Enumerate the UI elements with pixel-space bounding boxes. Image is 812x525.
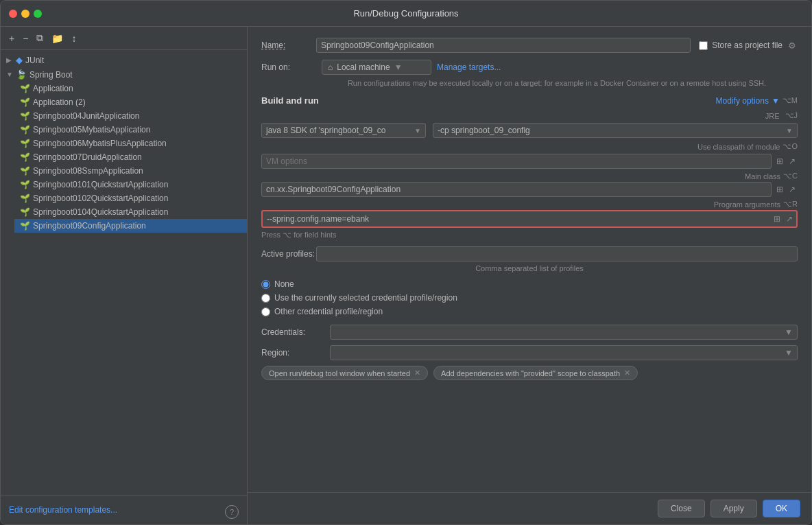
radio-other[interactable]: [261, 307, 270, 316]
vm-options-icons: ⊞ ↗: [774, 156, 798, 167]
tree-item-label: Application: [33, 84, 73, 93]
tree-item-springboot04[interactable]: 🌱 Springboot04JunitApplication: [14, 109, 247, 123]
spring-app-icon: 🌱: [20, 111, 30, 121]
chevron-right-icon: ▶: [6, 56, 13, 64]
right-panel: Name: Store as project file ⚙ Run on: ⌂ …: [248, 27, 811, 524]
run-debug-dialog: Run/Debug Configurations + − ⧉ 📁 ↕ ▶ ◆ J…: [0, 0, 812, 525]
program-args-label-row: Program arguments ⌥R: [261, 200, 798, 209]
cp-chevron-icon: ▼: [786, 127, 793, 135]
minimize-window-button[interactable]: [21, 10, 29, 18]
tree-item-label: Springboot0101QuickstartApplication: [33, 180, 168, 189]
run-on-label: Run on:: [261, 62, 316, 72]
spring-app-selected-icon: 🌱: [20, 221, 30, 231]
active-profiles-input[interactable]: [316, 246, 798, 261]
tree-item-springboot08[interactable]: 🌱 Springboot08SsmpApplication: [14, 164, 247, 178]
tree-item-springboot0104[interactable]: 🌱 Springboot0104QuickstartApplication: [14, 205, 247, 219]
tree-item-springboot05[interactable]: 🌱 Springboot05MybatisApplication: [14, 123, 247, 137]
tree-item-springboot0101[interactable]: 🌱 Springboot0101QuickstartApplication: [14, 178, 247, 191]
spring-boot-group-label: Spring Boot: [29, 70, 73, 80]
store-gear-button[interactable]: ⚙: [787, 40, 798, 51]
run-on-dropdown[interactable]: ⌂ Local machine ▼: [322, 60, 431, 75]
cp-dropdown[interactable]: -cp springboot_09_config ▼: [433, 123, 798, 138]
jre-row: JRE ⌥J: [261, 111, 798, 120]
main-class-value: cn.xx.Springboot09ConfigApplication: [261, 182, 772, 197]
main-class-row: cn.xx.Springboot09ConfigApplication ⊞ ↗: [261, 182, 798, 197]
radio-currently-selected[interactable]: [261, 294, 270, 303]
add-config-button[interactable]: +: [6, 32, 17, 45]
tree-group-header-junit[interactable]: ▶ ◆ JUnit: [1, 53, 247, 67]
name-input[interactable]: [316, 38, 691, 53]
vm-arrow-button[interactable]: ↗: [787, 156, 798, 167]
tree-item-springboot07[interactable]: 🌱 Springboot07DruidApplication: [14, 150, 247, 164]
main-class-shortcut: ⌥C: [783, 172, 798, 180]
ok-button[interactable]: OK: [763, 500, 800, 517]
program-args-icons: ⊞ ↗: [772, 213, 795, 224]
main-class-label: Main class: [745, 172, 780, 180]
tag-add-close-button[interactable]: ✕: [624, 369, 630, 377]
java-sdk-chevron-icon: ▼: [414, 127, 421, 135]
program-args-label: Program arguments: [714, 200, 780, 209]
store-as-project-checkbox[interactable]: [699, 41, 708, 50]
program-args-expand-button[interactable]: ⊞: [772, 213, 783, 224]
close-button[interactable]: Close: [658, 500, 705, 517]
profiles-hint: Comma separated list of profiles: [261, 264, 798, 272]
vm-expand-button[interactable]: ⊞: [774, 156, 785, 167]
tree-group-header-spring-boot[interactable]: ▼ 🍃 Spring Boot: [1, 67, 247, 82]
spring-app-icon: 🌱: [20, 166, 30, 176]
chevron-down-icon: ▼: [6, 71, 13, 78]
use-classpath-label: Use classpath of module: [697, 143, 780, 151]
spring-boot-icon: 🍃: [16, 69, 27, 80]
tree-item-label: Springboot0104QuickstartApplication: [33, 207, 168, 217]
spring-boot-items: 🌱 Application 🌱 Application (2) 🌱 Spring…: [1, 82, 247, 233]
modify-shortcut: ⌥M: [783, 96, 798, 105]
vm-options-input[interactable]: [261, 154, 772, 169]
maximize-window-button[interactable]: [34, 10, 42, 18]
sidebar-tree: ▶ ◆ JUnit ▼ 🍃 Spring Boot �: [1, 50, 247, 495]
region-dropdown[interactable]: ▼: [330, 345, 798, 360]
remove-config-button[interactable]: −: [20, 32, 31, 45]
active-profiles-row: Active profiles:: [261, 246, 798, 261]
credentials-dropdown[interactable]: ▼: [330, 325, 798, 340]
edit-templates-link[interactable]: Edit configuration templates...: [9, 505, 117, 515]
dialog-title: Run/Debug Configurations: [353, 8, 458, 19]
tree-item-springboot09[interactable]: 🌱 Springboot09ConfigApplication: [14, 219, 247, 233]
folder-config-button[interactable]: 📁: [49, 32, 66, 45]
main-class-expand-button[interactable]: ⊞: [774, 184, 785, 195]
spring-app-icon: 🌱: [20, 139, 30, 148]
credentials-row: Credentials: ▼: [261, 325, 798, 340]
radio-none-row: None: [261, 279, 798, 289]
close-window-button[interactable]: [9, 10, 17, 18]
java-sdk-dropdown[interactable]: java 8 SDK of 'springboot_09_co ▼: [261, 123, 426, 138]
use-classpath-shortcut: ⌥O: [783, 142, 798, 151]
credentials-label: Credentials:: [261, 327, 330, 337]
jre-shortcut: ⌥J: [785, 111, 798, 120]
program-args-input[interactable]: [261, 210, 798, 228]
program-args-arrow-button[interactable]: ↗: [784, 213, 795, 224]
main-class-arrow-button[interactable]: ↗: [787, 184, 798, 195]
apply-button[interactable]: Apply: [710, 500, 757, 517]
run-on-hint: Run configurations may be executed local…: [261, 79, 798, 87]
manage-targets-link[interactable]: Manage targets...: [437, 62, 501, 72]
spring-app-icon: 🌱: [20, 125, 30, 135]
tree-item-application[interactable]: 🌱 Application: [14, 82, 247, 95]
tree-item-label: Application (2): [33, 97, 86, 107]
tag-open-close-button[interactable]: ✕: [414, 369, 420, 377]
tag-add-dependencies: Add dependencies with "provided" scope t…: [433, 366, 638, 380]
tree-item-springboot0102[interactable]: 🌱 Springboot0102QuickstartApplication: [14, 191, 247, 205]
radio-none[interactable]: [261, 280, 270, 289]
active-profiles-label: Active profiles:: [261, 249, 316, 259]
modify-chevron-icon: ▼: [772, 96, 780, 106]
bottom-bar: Close Apply OK: [248, 492, 811, 524]
tree-group-junit: ▶ ◆ JUnit: [1, 53, 247, 67]
help-button[interactable]: ?: [225, 505, 239, 519]
sort-config-button[interactable]: ↕: [69, 32, 79, 45]
tree-item-application2[interactable]: 🌱 Application (2): [14, 95, 247, 109]
copy-config-button[interactable]: ⧉: [34, 31, 46, 45]
spring-app-error-icon: 🌱: [20, 207, 30, 217]
tree-item-label: Springboot09ConfigApplication: [33, 221, 146, 231]
credentials-chevron-icon: ▼: [785, 327, 793, 337]
tree-item-springboot06[interactable]: 🌱 Springboot06MybatisPlusApplication: [14, 137, 247, 150]
spring-app-icon: 🌱: [20, 84, 30, 93]
modify-options-link[interactable]: Modify options ▼ ⌥M: [716, 96, 798, 106]
tree-group-spring-boot: ▼ 🍃 Spring Boot 🌱 Application 🌱 Applicat…: [1, 67, 247, 233]
